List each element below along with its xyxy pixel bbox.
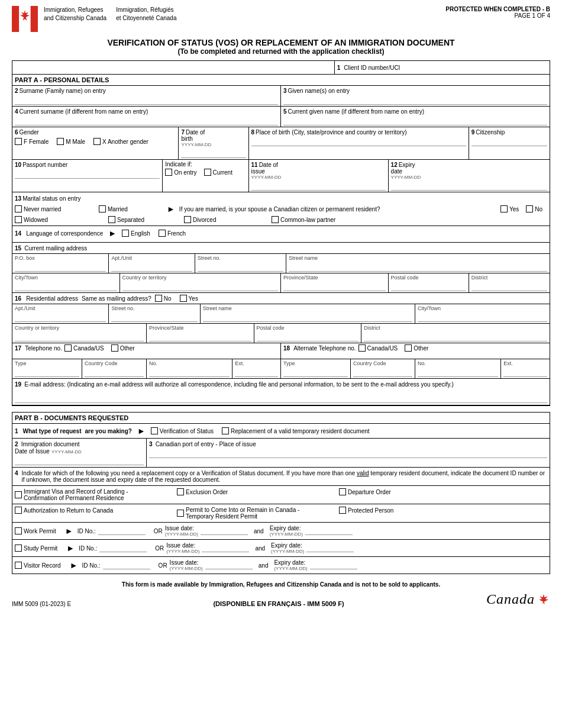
residential-no-box[interactable] xyxy=(155,295,162,302)
current-checkbox[interactable]: Current xyxy=(204,169,232,176)
tel17-canada-box[interactable] xyxy=(64,344,72,352)
study-permit-issue-input[interactable] xyxy=(202,545,249,552)
postal-code-input[interactable] xyxy=(391,281,466,291)
on-entry-box[interactable] xyxy=(165,169,172,176)
citizenship-input[interactable] xyxy=(471,136,547,146)
immigration-doc-input[interactable] xyxy=(15,455,144,465)
gender-x-box[interactable] xyxy=(93,138,101,145)
replacement-box[interactable] xyxy=(222,427,229,434)
dob-input[interactable] xyxy=(181,147,246,158)
surname-entry-input[interactable] xyxy=(15,94,278,105)
married-box[interactable] xyxy=(99,205,106,212)
apt-unit-input[interactable] xyxy=(111,261,192,272)
visitor-record-expiry-input[interactable] xyxy=(310,562,357,569)
widowed-box[interactable] xyxy=(15,216,22,223)
yes-checkbox[interactable]: Yes xyxy=(500,205,519,212)
auth-return-box[interactable] xyxy=(15,507,22,514)
common-law-checkbox[interactable]: Common-law partner xyxy=(272,216,335,223)
on-entry-checkbox[interactable]: On entry xyxy=(165,169,196,176)
street-no-input[interactable] xyxy=(198,261,283,272)
verification-status-box[interactable] xyxy=(151,427,158,434)
port-entry-input[interactable] xyxy=(149,447,547,458)
work-permit-issue-input[interactable] xyxy=(201,527,248,535)
study-permit-expiry-input[interactable] xyxy=(306,545,354,552)
country-territory-input[interactable] xyxy=(122,281,278,291)
no18-input[interactable] xyxy=(418,366,498,377)
separated-checkbox[interactable]: Separated xyxy=(108,216,167,223)
gender-x-checkbox[interactable]: X Another gender xyxy=(93,138,148,145)
no17-input[interactable] xyxy=(149,366,230,377)
type18-input[interactable] xyxy=(283,366,348,377)
passport-num-input[interactable] xyxy=(15,168,160,179)
exclusion-order-box[interactable] xyxy=(177,488,184,495)
given-name-entry-input[interactable] xyxy=(283,94,547,105)
never-married-checkbox[interactable]: Never married xyxy=(15,205,92,212)
never-married-box[interactable] xyxy=(15,205,22,212)
divorced-box[interactable] xyxy=(184,216,191,223)
visitor-record-issue-input[interactable] xyxy=(205,562,253,569)
tel17-canada-checkbox[interactable]: Canada/US xyxy=(64,344,104,352)
email-input[interactable] xyxy=(15,392,547,403)
current-box[interactable] xyxy=(204,169,211,176)
ext18-input[interactable] xyxy=(503,366,547,377)
french-checkbox[interactable]: French xyxy=(159,230,186,237)
gender-f-checkbox[interactable]: F Female xyxy=(15,138,49,145)
tel18-other-box[interactable] xyxy=(405,344,412,352)
work-permit-checkbox[interactable]: Work Permit xyxy=(15,527,56,534)
permit-come-box[interactable] xyxy=(177,510,184,517)
tel18-canada-checkbox[interactable]: Canada/US xyxy=(358,344,398,352)
province-state2-input[interactable] xyxy=(149,331,251,342)
city-town-input[interactable] xyxy=(15,281,117,291)
type17-input[interactable] xyxy=(15,366,79,377)
apt-unit2-input[interactable] xyxy=(15,311,106,322)
study-permit-checkbox[interactable]: Study Permit xyxy=(15,545,57,552)
district-input[interactable] xyxy=(471,281,547,291)
verification-status-checkbox[interactable]: Verification of Status xyxy=(151,427,214,434)
protected-person-checkbox[interactable]: Protected Person xyxy=(339,507,393,514)
gender-m-checkbox[interactable]: M Male xyxy=(57,138,85,145)
country-territory2-input[interactable] xyxy=(15,331,144,342)
divorced-checkbox[interactable]: Divorced xyxy=(184,216,255,223)
gender-m-box[interactable] xyxy=(57,138,64,145)
visitor-record-box[interactable] xyxy=(15,562,22,569)
married-checkbox[interactable]: Married xyxy=(99,205,158,212)
current-given-name-input[interactable] xyxy=(283,115,547,125)
province-state-input[interactable] xyxy=(283,281,386,291)
french-box[interactable] xyxy=(159,230,166,237)
city-town2-input[interactable] xyxy=(418,311,547,322)
issue-date-input[interactable] xyxy=(251,180,386,191)
street-name2-input[interactable] xyxy=(203,311,412,322)
district2-input[interactable] xyxy=(364,331,547,342)
tel17-other-checkbox[interactable]: Other xyxy=(111,344,135,352)
residential-yes-box[interactable] xyxy=(180,295,187,302)
common-law-box[interactable] xyxy=(272,216,279,223)
no-box[interactable] xyxy=(526,205,533,212)
permit-come-checkbox[interactable]: Permit to Come Into or Remain in Canada … xyxy=(177,507,299,520)
immigrant-visa-box[interactable] xyxy=(15,491,22,498)
work-permit-id-input[interactable] xyxy=(98,527,146,535)
place-birth-input[interactable] xyxy=(251,136,466,146)
residential-yes-checkbox[interactable]: Yes xyxy=(180,295,198,302)
replacement-checkbox[interactable]: Replacement of a valid temporary residen… xyxy=(222,427,370,434)
gender-f-box[interactable] xyxy=(15,138,22,145)
departure-order-checkbox[interactable]: Departure Order xyxy=(339,488,391,495)
study-permit-id-input[interactable] xyxy=(99,545,147,552)
expiry-date-input[interactable] xyxy=(391,180,547,191)
tel18-canada-box[interactable] xyxy=(358,344,366,352)
street-no2-input[interactable] xyxy=(111,311,197,322)
visitor-record-id-input[interactable] xyxy=(103,562,150,569)
ext17-input[interactable] xyxy=(235,366,278,377)
departure-order-box[interactable] xyxy=(339,488,346,495)
separated-box[interactable] xyxy=(108,216,115,223)
postal-code2-input[interactable] xyxy=(257,331,359,342)
english-box[interactable] xyxy=(122,230,129,237)
visitor-record-checkbox[interactable]: Visitor Record xyxy=(15,562,61,569)
no-checkbox[interactable]: No xyxy=(526,205,542,212)
exclusion-order-checkbox[interactable]: Exclusion Order xyxy=(177,488,228,495)
work-permit-box[interactable] xyxy=(15,527,22,534)
current-surname-input[interactable] xyxy=(15,115,278,125)
po-box-input[interactable] xyxy=(15,261,106,272)
street-name-input[interactable] xyxy=(289,261,547,272)
country-code18-input[interactable] xyxy=(353,366,412,377)
tel17-other-box[interactable] xyxy=(111,344,118,352)
